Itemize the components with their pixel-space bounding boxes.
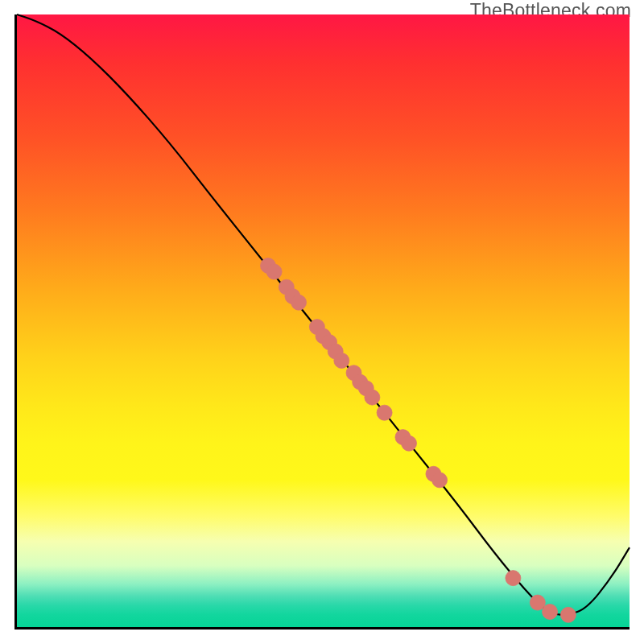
data-point — [377, 405, 392, 420]
data-point — [560, 607, 576, 622]
bottleneck-curve — [17, 14, 630, 615]
data-points — [260, 258, 576, 622]
data-point — [432, 473, 448, 488]
chart-container: TheBottleneck.com — [0, 0, 644, 644]
data-point — [543, 604, 558, 619]
data-point — [266, 264, 282, 279]
chart-svg — [17, 14, 630, 627]
data-point — [365, 390, 380, 405]
data-point — [402, 436, 417, 451]
plot-area — [14, 14, 630, 630]
data-point — [506, 571, 521, 586]
data-point — [334, 353, 349, 368]
data-point — [291, 295, 307, 310]
